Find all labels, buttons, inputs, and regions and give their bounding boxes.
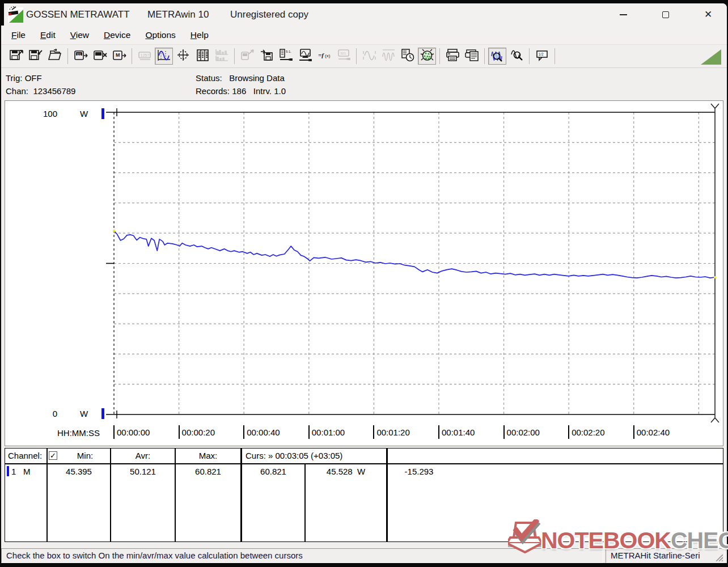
y-axis-top-marker: [101, 108, 104, 119]
toolbar-comment-note-button[interactable]: 1/2: [533, 48, 551, 65]
toolbar-open-file-button[interactable]: [7, 48, 26, 65]
display-digits-icon: 1257: [138, 49, 152, 64]
maximize-icon: [662, 11, 669, 18]
toolbar-display-digits-button: 1257: [136, 48, 154, 65]
trig-value: OFF: [25, 73, 42, 83]
toolbar-separator: [439, 48, 440, 64]
x-axis-tick-label: 00:00:00: [113, 425, 150, 439]
y-axis-max-label: 100: [28, 109, 57, 119]
toolbar-debug-bug-button[interactable]: [418, 48, 436, 65]
toolbar-scope-crosshair-button[interactable]: [174, 48, 192, 65]
toolbar-table-view-button[interactable]: [193, 48, 211, 65]
toolbar-device-save-button[interactable]: [257, 48, 276, 65]
menu-file[interactable]: File: [6, 28, 31, 43]
row-delta-value: -15.293: [388, 467, 450, 476]
row-cursor-left-value: 60.821: [242, 467, 304, 476]
timer-clock-icon: [401, 49, 415, 64]
watermark-primary-text: NOTEBOOK: [541, 527, 671, 553]
toolbar-separator: [356, 48, 357, 64]
x-axis-tick-label: 00:02:00: [503, 425, 540, 439]
notebookcheck-watermark: NOTEBOOKCHECK: [508, 519, 728, 561]
col-header-cursor: Curs: » 00:03:05 (+03:05): [246, 451, 342, 460]
y-axis-unit-top: W: [80, 109, 88, 119]
title-app-name: GOSSEN METRAWATT: [26, 9, 130, 20]
menu-help[interactable]: Help: [185, 28, 214, 43]
config-monitor-icon: [298, 49, 312, 64]
close-button[interactable]: ✕: [695, 6, 721, 23]
toolbar-separator: [234, 48, 235, 64]
toolbar-config-list-button[interactable]: 5:1.: [277, 48, 295, 65]
menu-edit[interactable]: Edit: [35, 28, 61, 43]
save-file-icon: [29, 49, 43, 64]
power-line-chart[interactable]: [5, 101, 723, 446]
toolbar-zoom-signal-button[interactable]: [488, 48, 506, 65]
toolbar-device-clear-button[interactable]: [91, 48, 109, 65]
menu-view[interactable]: View: [65, 28, 95, 43]
status-panel: Trig: OFF Chan: 123456789 Status: Browsi…: [1, 69, 727, 101]
table-view-icon: [196, 49, 210, 64]
close-icon: ✕: [704, 10, 712, 19]
channel-row-marker: [7, 466, 9, 476]
histogram-view-icon: [215, 49, 229, 64]
watermark-secondary-text: CHECK: [671, 527, 728, 553]
toolbar-print-button[interactable]: [443, 48, 462, 65]
toolbar-chart-view-button[interactable]: [155, 48, 173, 65]
x-axis-tick-label: 00:00:40: [243, 425, 280, 439]
toolbar-wave-multi-button: [379, 48, 397, 65]
wave-single-icon: [362, 49, 376, 64]
menu-bar: FileEditViewDeviceOptionsHelp: [1, 26, 727, 44]
svg-text:1/2: 1/2: [538, 52, 543, 56]
app-window: GOSSEN METRAWATT METRAwin 10 Unregistere…: [1, 3, 727, 563]
print-preview-icon: [465, 49, 479, 64]
toolbar-open-folder-button[interactable]: [46, 48, 64, 65]
minimize-button[interactable]: [610, 6, 636, 23]
menu-device[interactable]: Device: [98, 28, 136, 43]
toolbar-separator: [555, 48, 555, 64]
toolbar-histogram-view-button: [213, 48, 231, 65]
toolbar-zoom-out-signal-button[interactable]: [507, 48, 526, 65]
chan-value: 123456789: [33, 86, 75, 96]
trig-label: Trig:: [6, 73, 22, 83]
y-axis-unit-bottom: W: [80, 409, 88, 418]
row-unit: W: [357, 467, 365, 476]
row-channel-number: 1: [11, 467, 16, 476]
minimize-icon: [620, 14, 627, 15]
x-axis-tick-label: 00:01:20: [373, 425, 409, 439]
toolbar-device-config-button: 321: [335, 48, 353, 65]
screen: GOSSEN METRAWATT METRAwin 10 Unregistere…: [0, 0, 728, 567]
chart-panel: 100 W 0 W HH:MM:SS 00:00:0000:00:2000:00…: [5, 100, 723, 446]
wave-multi-icon: [382, 49, 396, 64]
toolbar-wave-single-button: [360, 48, 378, 65]
toolbar-separator: [529, 48, 530, 64]
x-axis-unit-label: HH:MM:SS: [57, 428, 100, 438]
maximize-button[interactable]: [653, 6, 679, 23]
toolbar-formula-fx-button[interactable]: =f(x): [315, 48, 333, 65]
x-axis-tick-label: 00:01:00: [308, 425, 345, 439]
row-channel-mode: M: [23, 467, 31, 476]
y-axis-min-label: 0: [28, 409, 57, 418]
toolbar-device-read-button[interactable]: 321: [71, 48, 90, 65]
status-value: Browsing Data: [229, 73, 285, 83]
toolbar-save-file-button[interactable]: [27, 48, 45, 65]
menu-options[interactable]: Options: [139, 28, 181, 43]
minavrmax-checkbox[interactable]: ✓: [49, 451, 57, 460]
device-read-icon: 321: [74, 49, 88, 64]
row-cursor-right-value: 45.528 W: [306, 467, 386, 476]
open-file-icon: [10, 49, 24, 64]
title-bar: GOSSEN METRAWATT METRAwin 10 Unregistere…: [1, 3, 727, 26]
chart-view-icon: [157, 49, 171, 64]
col-header-channel: Channel:: [8, 451, 42, 460]
app-logo-icon: [8, 6, 23, 23]
status-label: Status:: [196, 73, 222, 83]
toolbar-timer-clock-button[interactable]: [399, 48, 417, 65]
toolbar-device-memory-button[interactable]: M: [110, 48, 128, 65]
svg-text:(x): (x): [325, 53, 331, 58]
toolbar-config-monitor-button[interactable]: [296, 48, 314, 65]
formula-fx-icon: =f(x): [318, 49, 332, 64]
toolbar-print-preview-button[interactable]: [463, 48, 481, 65]
col-header-min: Min:: [60, 451, 111, 460]
device-clear-icon: [93, 49, 107, 64]
y-axis-bottom-marker: [101, 408, 104, 419]
comment-note-icon: 1/2: [535, 49, 549, 64]
svg-text:5:1.: 5:1.: [286, 50, 291, 53]
